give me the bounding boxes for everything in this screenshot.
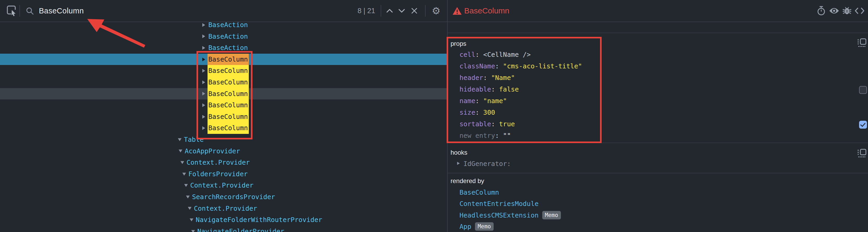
settings-button[interactable]: ⚙ <box>429 0 443 22</box>
previous-match-button[interactable] <box>383 0 396 22</box>
owner-link[interactable]: App <box>460 223 471 230</box>
hooks-section-title: hooks <box>451 149 467 156</box>
owner-link[interactable]: ContentEntriesModule <box>460 200 538 207</box>
tree-row[interactable]: BaseColumn <box>0 99 447 111</box>
collapse-twisty-icon[interactable] <box>178 138 182 141</box>
selected-component-title: BaseColumn <box>464 0 509 22</box>
expand-twisty-icon[interactable] <box>202 126 205 130</box>
clear-search-button[interactable] <box>408 0 420 22</box>
component-name: SearchRecordsProvider <box>191 191 276 203</box>
collapse-twisty-icon[interactable] <box>190 218 193 221</box>
rendered-by-section-title: rendered by <box>451 177 484 185</box>
tree-row[interactable]: Context.Provider <box>0 180 447 191</box>
inspector-panel: BaseColumn <box>448 0 868 232</box>
tree-row[interactable]: Context.Provider <box>0 157 447 168</box>
inspect-element-icon <box>6 5 18 17</box>
prop-value[interactable]: "name" <box>483 97 507 105</box>
prop-value[interactable]: 300 <box>483 109 495 116</box>
component-name: BaseColumn <box>208 54 249 65</box>
tree-row[interactable]: Context.Provider <box>0 203 447 214</box>
expand-twisty-icon[interactable] <box>202 81 205 84</box>
tree-row[interactable]: Table <box>0 134 447 145</box>
tree-row[interactable]: BaseColumn <box>0 111 447 123</box>
tree-row[interactable]: BaseAction <box>0 42 447 54</box>
prop-value[interactable]: true <box>499 120 515 128</box>
inspect-element-button[interactable] <box>5 0 20 22</box>
prop-checkbox-sortable[interactable] <box>859 121 867 128</box>
chevron-down-icon <box>398 8 405 13</box>
prop-value[interactable]: false <box>499 86 519 93</box>
log-data-button[interactable] <box>841 0 853 22</box>
eye-icon <box>829 7 839 14</box>
prop-separator: : <box>495 62 503 70</box>
collapse-twisty-icon[interactable] <box>182 173 186 175</box>
inspect-dom-button[interactable] <box>828 0 841 22</box>
expand-twisty-icon[interactable] <box>202 46 205 50</box>
tree-row[interactable]: BaseAction <box>0 31 447 42</box>
tree-row[interactable]: BaseColumn <box>0 122 447 134</box>
component-name: Context.Provider <box>189 180 254 191</box>
owner-row: BaseColumn <box>460 187 499 198</box>
owner-row: HeadlessCMSExtensionMemo <box>460 210 561 221</box>
search-input[interactable]: BaseColumn <box>39 0 84 22</box>
tree-row[interactable]: FoldersProvider <box>0 168 447 180</box>
section-divider <box>448 33 868 33</box>
search-result-count: 8 | 21 <box>339 0 375 22</box>
prop-key: header <box>460 74 483 82</box>
collapse-twisty-icon[interactable] <box>184 184 188 187</box>
expand-twisty-icon[interactable] <box>202 58 205 61</box>
copy-icon <box>858 149 866 158</box>
expand-twisty-icon[interactable] <box>202 115 205 119</box>
toolbar-divider <box>425 5 426 17</box>
copy-hooks-button[interactable] <box>858 149 866 159</box>
tree-row[interactable]: NavigateFolderWithRouterProvider <box>0 214 447 226</box>
collapse-twisty-icon[interactable] <box>188 207 191 210</box>
owner-row: ContentEntriesModule <box>460 198 538 209</box>
prop-row: new entry: "" <box>460 130 511 142</box>
tree-row[interactable]: SearchRecordsProvider <box>0 191 447 203</box>
tree-row[interactable]: NavigateFolderProvider <box>0 226 447 232</box>
tree-row[interactable]: BaseAction <box>0 22 447 31</box>
collapse-twisty-icon[interactable] <box>181 161 184 164</box>
stopwatch-icon <box>817 6 826 16</box>
prop-checkbox-hideable[interactable] <box>859 86 867 94</box>
expand-twisty-icon[interactable] <box>202 23 205 27</box>
tree-row[interactable]: BaseColumn <box>0 54 447 65</box>
prop-value[interactable]: "Name" <box>491 74 515 82</box>
component-name: BaseColumn <box>208 99 249 111</box>
tree-row[interactable]: BaseColumn <box>0 88 447 100</box>
search-icon <box>26 7 34 15</box>
component-name: BaseAction <box>208 22 249 31</box>
collapse-twisty-icon[interactable] <box>186 196 190 198</box>
tree-row[interactable]: BaseColumn <box>0 77 447 88</box>
prop-separator: : <box>475 97 483 105</box>
expand-twisty-icon[interactable] <box>457 162 460 165</box>
copy-props-button[interactable] <box>858 38 866 49</box>
collapse-twisty-icon[interactable] <box>191 230 195 232</box>
prop-value: <CellName /> <box>483 51 531 58</box>
owner-row: AppMemo <box>460 221 494 232</box>
owner-link[interactable]: HeadlessCMSExtension <box>460 211 538 219</box>
next-match-button[interactable] <box>396 0 408 22</box>
view-source-button[interactable] <box>853 0 866 22</box>
toolbar-divider <box>381 5 381 17</box>
tree-row[interactable]: AcoAppProvider <box>0 145 447 157</box>
expand-twisty-icon[interactable] <box>202 34 205 38</box>
expand-twisty-icon[interactable] <box>202 104 205 107</box>
prop-key: className <box>460 62 495 70</box>
component-name: NavigateFolderWithRouterProvider <box>195 214 323 226</box>
owner-link[interactable]: BaseColumn <box>460 188 499 196</box>
section-divider <box>448 173 868 173</box>
collapse-twisty-icon[interactable] <box>179 150 182 152</box>
component-name: Context.Provider <box>186 157 251 168</box>
timing-button[interactable] <box>815 0 828 22</box>
prop-separator: : <box>483 74 491 82</box>
expand-twisty-icon[interactable] <box>202 92 205 95</box>
prop-value[interactable]: "cms-aco-list-title" <box>503 62 582 70</box>
chevron-up-icon <box>386 8 393 13</box>
prop-separator: : <box>491 86 499 93</box>
expand-twisty-icon[interactable] <box>202 69 205 72</box>
hook-name: IdGenerator: <box>463 158 511 170</box>
prop-value[interactable]: "" <box>503 132 511 139</box>
tree-row[interactable]: BaseColumn <box>0 65 447 77</box>
